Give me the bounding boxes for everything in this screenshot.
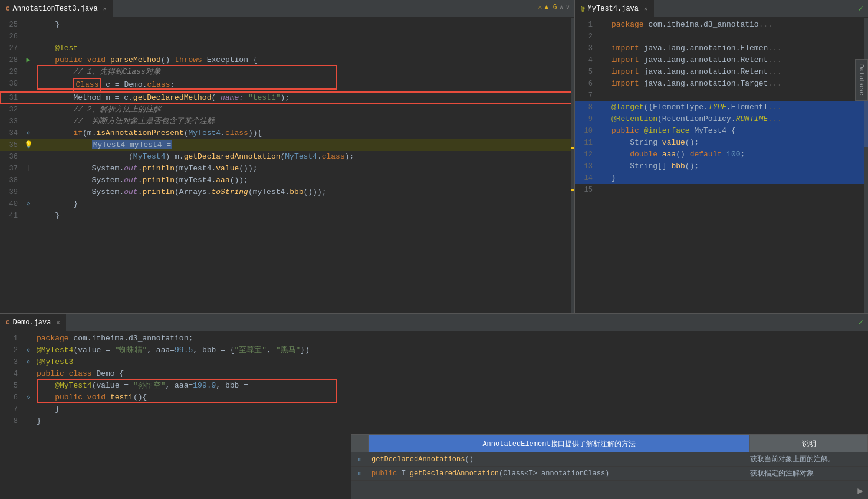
line-content: public void parseMethod() throws Excepti… xyxy=(34,54,574,66)
line-content: import java.lang.annotation.Retent... xyxy=(609,66,868,78)
line-content: import java.lang.annotation.Retent... xyxy=(609,54,868,66)
popup-method: public T getDeclaredAnnotation(Class<T> … xyxy=(369,470,750,478)
nav-up[interactable]: ∧ xyxy=(560,4,564,11)
table-row: 3 ◇ @MyTest3 xyxy=(0,356,868,368)
line-num: 2 xyxy=(575,31,597,42)
line-num: 41 xyxy=(0,210,22,222)
bookmark-icon: ◇ xyxy=(27,127,30,139)
line-gutter: ◇ xyxy=(22,127,34,139)
run-icon[interactable]: ▶ xyxy=(26,54,30,66)
popup-desc-text: 说明 xyxy=(802,439,816,449)
line-gutter: ▶ xyxy=(22,54,34,66)
scroll-visible-area xyxy=(864,100,868,147)
line-num: 1 xyxy=(575,19,597,31)
tab-mytest4[interactable]: @ MyTest4.java ✕ xyxy=(575,0,654,17)
line-content: Class c = Demo.class; xyxy=(34,78,574,92)
line-content: @MyTest4(value = "蜘蛛精", aaa=99.5, bbb = … xyxy=(34,344,868,356)
table-row: 3 import java.lang.annotation.Elemen... xyxy=(575,42,868,54)
popup-row-2[interactable]: m public T getDeclaredAnnotation(Class<T… xyxy=(351,467,868,481)
line-content: public @interface MyTest4 { xyxy=(609,125,868,137)
line-content: Method m = c.getDeclaredMethod( name: "t… xyxy=(34,92,574,104)
scroll-indicator-warning xyxy=(571,147,574,149)
line-content: @Test xyxy=(34,42,574,54)
line-num: 9 xyxy=(575,113,597,125)
popup-icon-col: m xyxy=(351,470,369,477)
table-row: 14 } xyxy=(575,172,868,184)
tab-label: MyTest4.java xyxy=(588,5,639,13)
warning-icon: ⚠ xyxy=(538,3,542,12)
table-row: 12 double aaa() default 100; xyxy=(575,149,868,160)
method-full: public T getDeclaredAnnotation(Class<T> … xyxy=(371,470,609,478)
annotation-icon: @ xyxy=(581,5,585,12)
bookmark-icon: ◇ xyxy=(27,344,30,356)
line-num: 4 xyxy=(575,54,597,66)
right-pane: @ MyTest4.java ✕ ✓ 1 package com.itheima… xyxy=(575,0,868,313)
popup-title-text: AnnotatedElement接口提供了解析注解的方法 xyxy=(482,439,635,449)
bookmark-icon: ◇ xyxy=(27,198,30,210)
table-row: 26 xyxy=(0,31,574,42)
line-num: 38 xyxy=(0,175,22,186)
line-content: String value(); xyxy=(609,137,868,149)
line-num: 1 xyxy=(0,333,22,344)
table-row: 38 System.out.println(myTest4.aaa()); xyxy=(0,175,574,186)
lightbulb-icon[interactable]: 💡 xyxy=(24,139,33,151)
tab-annotation-test3[interactable]: C AnnotationTest3.java ✕ xyxy=(0,0,113,17)
table-row: 10 public @interface MyTest4 { xyxy=(575,125,868,137)
line-num: 13 xyxy=(575,160,597,172)
line-content: import java.lang.annotation.Elemen... xyxy=(609,42,868,54)
tab-close[interactable]: ✕ xyxy=(56,319,60,326)
check-indicator: ✓ xyxy=(859,0,868,17)
popup-row-1[interactable]: m getDeclaredAnnotations() 获取当前对象上面的注解。 xyxy=(351,452,868,467)
line-num: 36 xyxy=(0,151,22,163)
table-row: 36 (MyTest4) m.getDeclaredAnnotation(MyT… xyxy=(0,151,574,163)
popup-nav-arrow[interactable]: ▶ xyxy=(857,485,863,497)
tab-label: AnnotationTest3.java xyxy=(13,5,98,13)
line-gutter: ◇ xyxy=(22,198,34,210)
method-name: getDeclaredAnnotations xyxy=(371,455,465,464)
left-code-editor[interactable]: 25 } 26 27 @Test xyxy=(0,18,574,313)
scroll-indicator-warning2 xyxy=(571,189,574,191)
line-num: 33 xyxy=(0,116,22,127)
table-row: 32 // 2、解析方法上的注解 xyxy=(0,104,574,116)
line-num: 14 xyxy=(575,172,597,184)
table-row: 1 package com.itheima.d3_annotation; xyxy=(0,333,868,344)
popup-method: getDeclaredAnnotations() xyxy=(369,455,750,464)
top-split: C AnnotationTest3.java ✕ ⚠ ▲ 6 ∧ ∨ xyxy=(0,0,868,313)
line-gutter: 💡 xyxy=(22,139,34,151)
method-icon: m xyxy=(358,470,362,477)
warning-count: ▲ 6 xyxy=(544,4,557,12)
line-content: @Target({ElementType.TYPE,ElementT... xyxy=(609,101,868,113)
line-num: 37 xyxy=(0,163,22,175)
bookmark-icon: ◇ xyxy=(27,356,30,368)
line-num: 15 xyxy=(575,184,597,196)
line-num: 11 xyxy=(575,137,597,149)
line-num: 34 xyxy=(0,127,22,139)
nav-down[interactable]: ∨ xyxy=(565,4,570,11)
database-tab[interactable]: Database xyxy=(855,59,868,101)
right-arrow-icon[interactable]: ▶ xyxy=(857,486,863,497)
table-row: 41 } xyxy=(0,210,574,222)
scrollbar-track[interactable] xyxy=(571,18,574,313)
tab-close[interactable]: ✕ xyxy=(644,5,647,12)
table-row: 31 Method m = c.getDeclaredMethod( name:… xyxy=(0,92,574,104)
bookmark-icon: ◇ xyxy=(27,392,30,403)
java-icon: C xyxy=(6,319,10,326)
table-row: 40 ◇ } xyxy=(0,198,574,210)
right-code-editor[interactable]: 1 package com.itheima.d3_annotatio... 2 … xyxy=(575,18,868,313)
popup-desc: 获取指定的注解对象 xyxy=(750,468,868,478)
line-num: 28 xyxy=(0,54,22,66)
line-num: 40 xyxy=(0,198,22,210)
tab-demo-java[interactable]: C Demo.java ✕ xyxy=(0,314,66,331)
line-num: 10 xyxy=(575,125,597,137)
table-row: 29 // 1、先得到Class对象 xyxy=(0,66,574,78)
tab-close[interactable]: ✕ xyxy=(103,5,107,12)
table-row: 33 // 判断方法对象上是否包含了某个注解 xyxy=(0,116,574,127)
line-content: import java.lang.annotation.Target... xyxy=(609,78,868,90)
bottom-code-editor[interactable]: 1 package com.itheima.d3_annotation; 2 ◇… xyxy=(0,331,868,499)
line-num: 5 xyxy=(0,380,22,392)
line-content xyxy=(609,184,868,196)
table-row: 28 ▶ public void parseMethod() throws Ex… xyxy=(0,54,574,66)
check-icon: ✓ xyxy=(859,317,863,327)
line-content: String[] bbb(); xyxy=(609,160,868,172)
line-content: } xyxy=(34,210,574,222)
